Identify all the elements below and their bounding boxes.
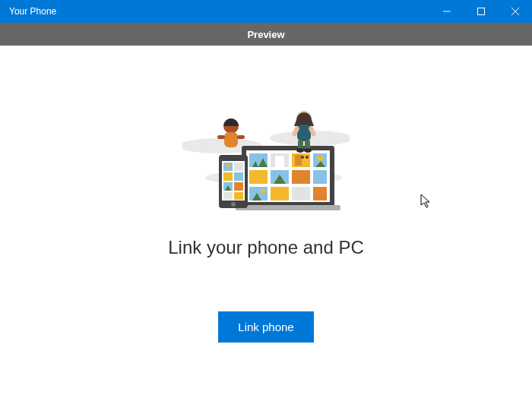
svg-point-20 xyxy=(317,155,323,161)
svg-point-57 xyxy=(304,148,312,153)
link-phone-illustration xyxy=(182,108,350,214)
svg-rect-22 xyxy=(249,170,268,184)
svg-point-56 xyxy=(296,148,304,153)
svg-rect-40 xyxy=(234,172,243,181)
svg-point-17 xyxy=(301,156,304,159)
svg-rect-48 xyxy=(217,135,225,139)
svg-rect-25 xyxy=(292,170,310,184)
svg-rect-30 xyxy=(271,187,289,201)
link-phone-button[interactable]: Link phone xyxy=(218,311,313,343)
svg-point-35 xyxy=(231,202,236,207)
titlebar: Your Phone xyxy=(0,0,532,23)
svg-rect-14 xyxy=(275,156,284,167)
preview-label: Preview xyxy=(247,29,284,40)
close-icon xyxy=(511,8,519,15)
maximize-icon xyxy=(477,8,485,15)
svg-rect-26 xyxy=(313,170,327,184)
svg-rect-43 xyxy=(234,182,243,191)
svg-rect-9 xyxy=(236,205,340,210)
svg-rect-39 xyxy=(223,172,233,181)
svg-rect-44 xyxy=(223,192,233,200)
svg-rect-31 xyxy=(292,187,310,201)
svg-rect-49 xyxy=(237,135,245,139)
main-content: Link your phone and PC Link phone xyxy=(0,46,532,420)
svg-rect-47 xyxy=(224,132,238,147)
svg-rect-16 xyxy=(295,155,302,166)
maximize-button[interactable] xyxy=(464,0,498,23)
window-controls xyxy=(429,0,532,23)
svg-point-18 xyxy=(306,156,309,159)
close-button[interactable] xyxy=(498,0,532,23)
preview-bar: Preview xyxy=(0,23,532,46)
svg-rect-51 xyxy=(297,125,311,141)
svg-rect-38 xyxy=(234,163,243,171)
svg-rect-45 xyxy=(234,192,243,200)
cursor-icon xyxy=(420,194,432,209)
svg-rect-32 xyxy=(313,187,327,201)
page-heading: Link your phone and PC xyxy=(168,237,364,258)
svg-point-29 xyxy=(261,189,265,194)
window-title: Your Phone xyxy=(9,6,56,17)
minimize-button[interactable] xyxy=(429,0,464,23)
minimize-icon xyxy=(443,8,451,15)
svg-point-37 xyxy=(226,164,230,168)
svg-rect-1 xyxy=(477,8,484,15)
